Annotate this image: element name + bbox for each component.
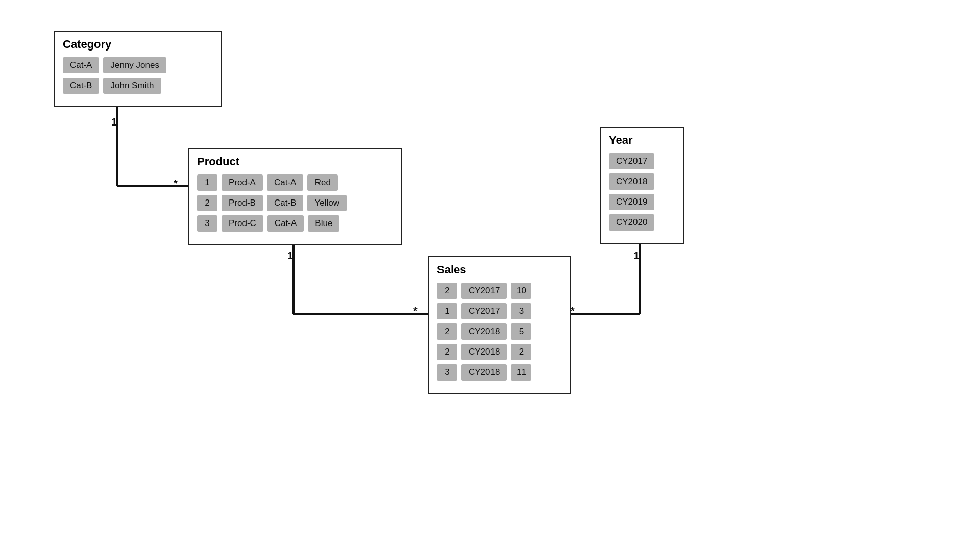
sales-r0-c0: 2: [437, 283, 457, 299]
sales-title: Sales: [437, 263, 561, 277]
prod-id-2: 2: [197, 195, 217, 211]
product-table: Product 1 Prod-A Cat-A Red 2 Prod-B Cat-…: [188, 148, 402, 245]
sales-r2-c2: 5: [511, 323, 531, 340]
cy2017-cell: CY2017: [609, 153, 654, 169]
sales-r1-c1: CY2017: [461, 303, 507, 319]
prod-id-1: 1: [197, 174, 217, 191]
year-row-3: CY2020: [609, 214, 675, 231]
sales-r3-c2: 2: [511, 344, 531, 360]
sales-r0-c1: CY2017: [461, 283, 507, 299]
prod-c-cat: Cat-A: [267, 215, 304, 232]
prod-c-color: Blue: [308, 215, 339, 232]
cat-b-cell: Cat-B: [63, 78, 99, 94]
product-row-0: 1 Prod-A Cat-A Red: [197, 174, 393, 191]
rel-prod-sales-many: *: [413, 305, 418, 317]
category-table: Category Cat-A Jenny Jones Cat-B John Sm…: [54, 31, 222, 107]
sales-row-2: 2 CY2018 5: [437, 323, 561, 340]
prod-a-name: Prod-A: [222, 174, 263, 191]
rel-cat-prod-many: *: [174, 178, 178, 189]
category-row-0: Cat-A Jenny Jones: [63, 57, 213, 73]
prod-id-3: 3: [197, 215, 217, 232]
rel-cat-prod-one: 1: [111, 116, 117, 128]
sales-row-0: 2 CY2017 10: [437, 283, 561, 299]
cat-a-cell: Cat-A: [63, 57, 99, 73]
cy2019-cell: CY2019: [609, 194, 654, 210]
sales-r0-c2: 10: [511, 283, 531, 299]
prod-a-cat: Cat-A: [267, 174, 303, 191]
prod-a-color: Red: [307, 174, 338, 191]
john-smith-cell: John Smith: [103, 78, 161, 94]
sales-r3-c0: 2: [437, 344, 457, 360]
rel-year-sales-one: 1: [633, 250, 639, 262]
product-title: Product: [197, 155, 393, 168]
year-row-0: CY2017: [609, 153, 675, 169]
sales-r3-c1: CY2018: [461, 344, 507, 360]
sales-r1-c0: 1: [437, 303, 457, 319]
year-table: Year CY2017 CY2018 CY2019 CY2020: [600, 127, 684, 244]
sales-r1-c2: 3: [511, 303, 531, 319]
year-row-2: CY2019: [609, 194, 675, 210]
product-row-2: 3 Prod-C Cat-A Blue: [197, 215, 393, 232]
prod-b-name: Prod-B: [222, 195, 263, 211]
sales-r2-c0: 2: [437, 323, 457, 340]
prod-b-color: Yellow: [307, 195, 347, 211]
diagram-container: 1 * 1 * 1 * Category Cat-A Jenny Jones C…: [0, 0, 980, 551]
prod-c-name: Prod-C: [222, 215, 263, 232]
sales-row-3: 2 CY2018 2: [437, 344, 561, 360]
sales-r4-c2: 11: [511, 364, 531, 381]
category-title: Category: [63, 38, 213, 51]
sales-row-4: 3 CY2018 11: [437, 364, 561, 381]
jenny-jones-cell: Jenny Jones: [103, 57, 166, 73]
year-title: Year: [609, 134, 675, 147]
sales-r4-c0: 3: [437, 364, 457, 381]
sales-r2-c1: CY2018: [461, 323, 507, 340]
prod-b-cat: Cat-B: [267, 195, 303, 211]
sales-row-1: 1 CY2017 3: [437, 303, 561, 319]
year-row-1: CY2018: [609, 173, 675, 190]
rel-prod-sales-one: 1: [287, 250, 293, 262]
sales-r4-c1: CY2018: [461, 364, 507, 381]
product-row-1: 2 Prod-B Cat-B Yellow: [197, 195, 393, 211]
cy2020-cell: CY2020: [609, 214, 654, 231]
sales-table: Sales 2 CY2017 10 1 CY2017 3 2 CY2018 5 …: [428, 256, 571, 394]
rel-year-sales-many: *: [571, 305, 575, 317]
category-row-1: Cat-B John Smith: [63, 78, 213, 94]
cy2018-cell: CY2018: [609, 173, 654, 190]
